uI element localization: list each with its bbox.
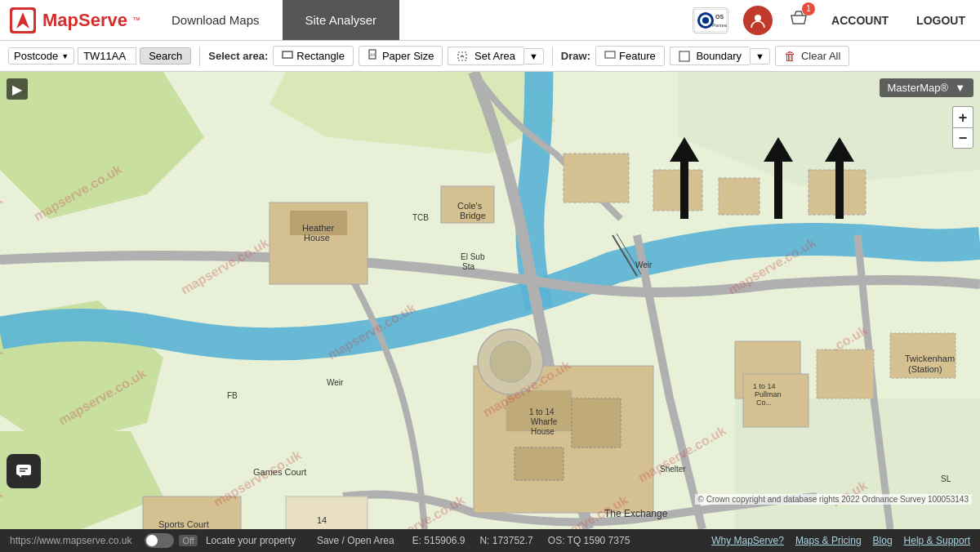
svg-text:SL: SL — [941, 474, 951, 483]
profile-button[interactable] — [743, 6, 773, 35]
feature-button[interactable]: Feature — [595, 46, 665, 66]
divider-1 — [199, 47, 200, 66]
postcode-group: Postcode ▼ Search — [8, 47, 191, 65]
why-mapserve-link[interactable]: Why MapServe? — [711, 535, 784, 546]
status-links: Why MapServe? Maps & Pricing Blog Help &… — [711, 535, 970, 546]
zoom-out-button[interactable]: − — [952, 127, 973, 149]
zoom-in-button[interactable]: + — [952, 106, 973, 127]
map-zoom-controls: + − — [952, 106, 973, 149]
svg-text:Cole's: Cole's — [457, 201, 483, 211]
paper-size-icon: A4 — [368, 49, 379, 63]
boundary-icon — [679, 50, 697, 62]
locate-label: Locate your property — [206, 535, 296, 546]
search-button[interactable]: Search — [140, 47, 191, 65]
svg-rect-85 — [16, 465, 31, 475]
paper-size-button[interactable]: A4 Paper Size — [359, 46, 443, 66]
map-type-selector[interactable]: MasterMap® ▼ — [880, 78, 973, 97]
copyright-text: © Crown copyright and database rights 20… — [695, 494, 972, 505]
logo-tm: ™ — [132, 16, 140, 24]
svg-rect-36 — [817, 349, 874, 398]
map-expand-button[interactable]: ▶ — [7, 78, 28, 100]
os-coord: OS: TQ 1590 7375 — [548, 535, 630, 546]
set-area-icon — [457, 50, 474, 62]
rectangle-icon — [282, 49, 293, 63]
map-type-chevron: ▼ — [955, 82, 965, 94]
svg-rect-28 — [572, 398, 621, 447]
chat-widget-button[interactable] — [7, 454, 41, 488]
logout-button[interactable]: LOGOUT — [910, 11, 972, 30]
svg-rect-10 — [283, 51, 292, 58]
svg-text:(Station): (Station) — [908, 364, 942, 374]
map-type-label: MasterMap® — [888, 82, 949, 94]
locate-toggle-switch[interactable] — [145, 533, 174, 548]
rectangle-button[interactable]: Rectangle — [273, 46, 354, 66]
header-right: OS Partner 1 ACCOUNT LOGOUT — [693, 6, 972, 35]
svg-text:1 to 14: 1 to 14 — [529, 407, 555, 416]
svg-point-6 — [702, 17, 709, 24]
map-arrow-2 — [764, 137, 793, 219]
boundary-split: Boundary ▼ — [670, 47, 770, 66]
postcode-select[interactable]: Postcode ▼ — [8, 47, 74, 65]
toggle-knob — [146, 535, 158, 546]
svg-text:Co...: Co... — [756, 398, 772, 407]
svg-text:House: House — [304, 233, 330, 243]
svg-rect-14 — [679, 51, 689, 61]
svg-text:El Sub: El Sub — [461, 252, 485, 261]
status-url: https://www.mapserve.co.uk — [10, 535, 131, 546]
svg-text:OS: OS — [715, 14, 724, 20]
svg-text:Sports Court: Sports Court — [158, 519, 209, 529]
logo-icon — [8, 6, 38, 35]
boundary-dropdown[interactable]: ▼ — [750, 48, 770, 65]
svg-text:A4: A4 — [370, 52, 375, 57]
basket-button[interactable]: 1 — [787, 7, 810, 33]
svg-text:Weir: Weir — [327, 378, 344, 387]
postcode-input[interactable] — [78, 47, 136, 65]
help-support-link[interactable]: Help & Support — [904, 535, 970, 546]
set-area-dropdown[interactable]: ▼ — [523, 48, 544, 65]
status-coords: E: 515906.9 N: 173752.7 OS: TQ 1590 7375 — [412, 535, 630, 546]
map-arrow-1 — [670, 137, 699, 219]
svg-text:FB: FB — [227, 391, 238, 400]
os-partner-badge: OS Partner — [693, 7, 728, 33]
svg-text:TCB: TCB — [412, 213, 429, 222]
clear-all-button[interactable]: 🗑 Clear All — [775, 46, 849, 66]
e-coord: E: 515906.9 — [412, 535, 466, 546]
svg-rect-13 — [605, 51, 615, 58]
svg-text:Heather: Heather — [302, 223, 334, 233]
logo-area: MapServe™ — [8, 6, 149, 35]
basket-count: 1 — [802, 2, 815, 16]
map-area[interactable]: Heather House TCB Cole's Bridge El Sub S… — [0, 72, 980, 529]
save-open-area-button[interactable]: Save / Open Area — [317, 535, 394, 546]
draw-label: Draw: — [561, 50, 590, 62]
svg-rect-31 — [564, 154, 629, 203]
svg-point-39 — [490, 341, 531, 382]
svg-text:1 to 14: 1 to 14 — [753, 382, 776, 390]
locate-toggle: Off Locate your property — [145, 533, 296, 548]
svg-text:Bridge: Bridge — [460, 211, 486, 220]
toolbar: Postcode ▼ Search Select area: Rectangle… — [0, 41, 980, 72]
svg-text:Sta: Sta — [462, 262, 474, 271]
svg-rect-27 — [514, 447, 564, 480]
nav-download-maps[interactable]: Download Maps — [149, 0, 283, 40]
status-bar: https://www.mapserve.co.uk Off Locate yo… — [0, 529, 980, 552]
account-button[interactable]: ACCOUNT — [825, 11, 895, 30]
svg-text:House: House — [531, 427, 555, 436]
maps-pricing-link[interactable]: Maps & Pricing — [795, 535, 862, 546]
nav-site-analyser[interactable]: Site Analyser — [283, 0, 400, 40]
set-area-button[interactable]: Set Area — [448, 47, 523, 66]
map-arrow-3 — [825, 137, 854, 219]
blog-link[interactable]: Blog — [873, 535, 893, 546]
off-label: Off — [179, 535, 197, 546]
svg-text:Wharfe: Wharfe — [531, 417, 558, 426]
svg-text:Weir: Weir — [635, 260, 653, 269]
header: MapServe™ Download Maps Site Analyser OS… — [0, 0, 980, 41]
svg-text:Twickenham: Twickenham — [905, 354, 955, 363]
boundary-button[interactable]: Boundary — [670, 47, 750, 66]
svg-marker-86 — [19, 475, 21, 478]
svg-text:14: 14 — [317, 515, 327, 525]
divider-2 — [552, 47, 553, 66]
svg-point-9 — [755, 15, 761, 21]
logo-text: MapServe — [42, 10, 127, 31]
svg-rect-33 — [719, 178, 760, 215]
feature-icon — [604, 49, 616, 63]
